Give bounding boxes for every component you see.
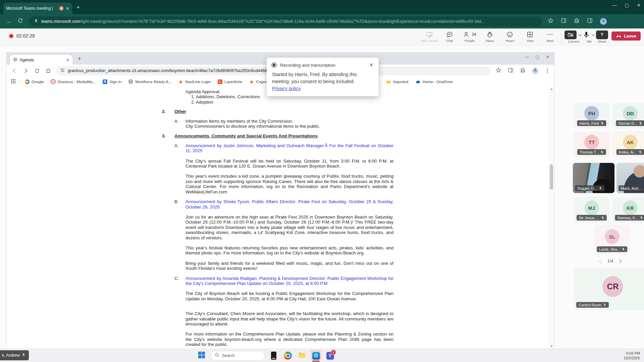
forward-icon-inner[interactable] (23, 68, 29, 74)
participant-tile[interactable]: FHHarris, Fred (574, 103, 609, 128)
bookmark-sign-in[interactable]: NSign In (102, 79, 121, 84)
bookmark-workforce-ready-a[interactable]: Workforce Ready A... (128, 79, 171, 84)
bookmark-granicus-mediama[interactable]: GGranicus - MediaMa... (51, 79, 96, 84)
bookmark-naviline-login[interactable]: ◆NaviLine Login (178, 79, 211, 84)
participant-tile[interactable]: TTThomas T... (574, 132, 609, 157)
start-button[interactable] (196, 350, 207, 361)
inner-profile-avatar[interactable] (532, 68, 538, 74)
taskbar-search[interactable]: Search (210, 351, 265, 361)
pager-next-icon[interactable] (618, 259, 622, 263)
participant-tile[interactable]: AKKelley, Ai... (613, 132, 644, 157)
minimize-button[interactable]: — (612, 3, 617, 8)
close-button[interactable]: ✕ (637, 3, 641, 8)
reload-icon-inner[interactable] (34, 68, 40, 74)
speaker-name: k, Andrew (2, 353, 20, 358)
participant-name-label: Darrian D... (616, 120, 644, 126)
tab-close-icon[interactable]: ✕ (66, 6, 69, 11)
view-button[interactable]: View (520, 29, 540, 43)
bookmark-google[interactable]: Google (24, 79, 44, 84)
site-info-icon[interactable] (60, 68, 65, 74)
inner-side-panel-icon[interactable] (508, 67, 514, 74)
new-tab-button[interactable]: + (76, 4, 80, 11)
bookmark-home-onedrive[interactable]: Home - OneDrive (416, 79, 452, 84)
back-icon[interactable] (11, 68, 17, 74)
agenda-document[interactable]: Agenda Approval:1. Additions, Deletions,… (7, 86, 554, 349)
bookmark-imported[interactable]: Imported (386, 79, 408, 84)
phone-link-icon[interactable] (268, 350, 279, 361)
file-explorer-icon[interactable] (297, 350, 307, 361)
scroll-down-icon[interactable]: ▼ (549, 345, 554, 348)
mic-muted-icon (601, 122, 604, 125)
recording-timer: 02:02:29 (9, 33, 35, 39)
camera-button[interactable]: Camera (565, 29, 583, 43)
reload-icon[interactable] (17, 18, 23, 25)
side-panel-icon[interactable] (587, 18, 593, 25)
hang-up-icon (616, 33, 622, 39)
control-room-tile[interactable]: CR Control Room (574, 269, 644, 310)
agenda-item: B.Announcement by Sheila Tyson, Public A… (174, 199, 393, 271)
mic-button[interactable]: Mic (583, 29, 596, 43)
agenda-item-link[interactable]: Announcement by Sheila Tyson, Public Aff… (185, 199, 393, 209)
bookmark-laserfiche[interactable]: LLaserfiche (218, 79, 243, 84)
raise-button[interactable]: Raise (480, 29, 500, 43)
mic-on-icon (603, 303, 606, 307)
agenda-item-link[interactable]: Announcement by Amanda Radigan, Planning… (185, 276, 393, 286)
forward-icon[interactable]: → (6, 18, 11, 24)
inner-tab-agenda[interactable]: Agenda ✕ (10, 55, 72, 65)
outer-tab-teams-meeting[interactable]: Microsoft Teams meeting | ✕ (3, 3, 72, 14)
section-heading-row: 3.Announcements, Community and Special E… (162, 133, 393, 138)
inner-extensions-icon[interactable] (520, 67, 526, 74)
inner-maximize-button[interactable]: ▢ (536, 55, 539, 59)
participant-tile[interactable]: SLLamb, Sha... (595, 225, 630, 254)
take-control-button[interactable]: Take control (419, 29, 439, 43)
chevron-down-icon[interactable] (578, 32, 582, 36)
taskbar-clock[interactable]: 6:03 PM 10/2/2025 (624, 351, 640, 360)
chevron-down-icon[interactable] (591, 32, 595, 36)
notification-body: Started by Harris, Fred. By attending th… (272, 71, 373, 85)
participant-name-label: Ramsey, K... (615, 215, 644, 221)
home-icon[interactable] (45, 68, 51, 74)
scrollbar-thumb[interactable] (550, 164, 553, 190)
collections-icon[interactable] (561, 18, 567, 25)
inner-close-button[interactable]: ✕ (546, 55, 549, 59)
agenda-item: A.Announcement by Justin Johnson, Market… (174, 143, 393, 194)
chat-button[interactable]: Chat (439, 29, 460, 43)
react-button[interactable]: React (500, 29, 520, 43)
outlook-icon[interactable]: O (311, 350, 321, 361)
participant-tile[interactable]: DDDarrian D... (613, 103, 644, 128)
inner-tab-close-icon[interactable]: ✕ (66, 58, 69, 62)
people-button[interactable]: 34People (460, 29, 480, 43)
document-scrollbar[interactable]: ▲ ▼ (549, 86, 554, 349)
clock-date: 10/2/2025 (624, 356, 640, 360)
inner-new-tab-button[interactable]: + (78, 56, 81, 62)
inner-menu-icon[interactable]: ⋮ (545, 68, 550, 74)
agenda-item-link[interactable]: Announcement by Justin Johnson, Marketin… (185, 143, 393, 154)
participant-video-tile[interactable]: Mack, And... (616, 163, 644, 193)
share-button[interactable]: Share (596, 29, 608, 43)
extensions-puzzle-icon[interactable] (574, 18, 580, 25)
inner-bookmark-star-icon[interactable] (496, 67, 501, 74)
participant-tile[interactable]: KRRamsey, K... (613, 198, 644, 223)
bookmark-star-icon[interactable] (548, 18, 553, 25)
pager-prev-icon[interactable] (599, 259, 603, 263)
maximize-button[interactable]: ▢ (625, 3, 629, 8)
more-button[interactable]: More (540, 29, 560, 43)
pager-label: 1/4 (607, 259, 613, 263)
inner-minimize-button[interactable]: — (525, 55, 529, 59)
teams-icon[interactable]: T 5 (325, 350, 335, 361)
avatar: AK (623, 135, 638, 149)
speaker-mic-icon (22, 353, 25, 358)
profile-avatar[interactable] (600, 18, 607, 25)
participant-tile[interactable]: MJDe Jesus, ... (574, 198, 609, 223)
outer-address-bar[interactable]: teams.microsoft.com/light-meetings/launc… (29, 16, 542, 26)
leave-button[interactable]: Leave (611, 32, 641, 41)
apps-grid-icon[interactable] (11, 79, 15, 85)
notification-close-icon[interactable]: ✕ (369, 62, 373, 68)
mic-icon (583, 31, 590, 39)
clock-time: 6:03 PM (624, 351, 640, 356)
participant-video-tile[interactable]: Dugger, D... (573, 163, 614, 193)
outer-tabstrip: Microsoft Teams meeting | ✕ + — ▢ ✕ (0, 0, 644, 14)
scroll-up-icon[interactable]: ▲ (549, 87, 554, 90)
chrome-icon[interactable] (282, 350, 293, 361)
privacy-policy-link[interactable]: Privacy policy (272, 86, 301, 91)
